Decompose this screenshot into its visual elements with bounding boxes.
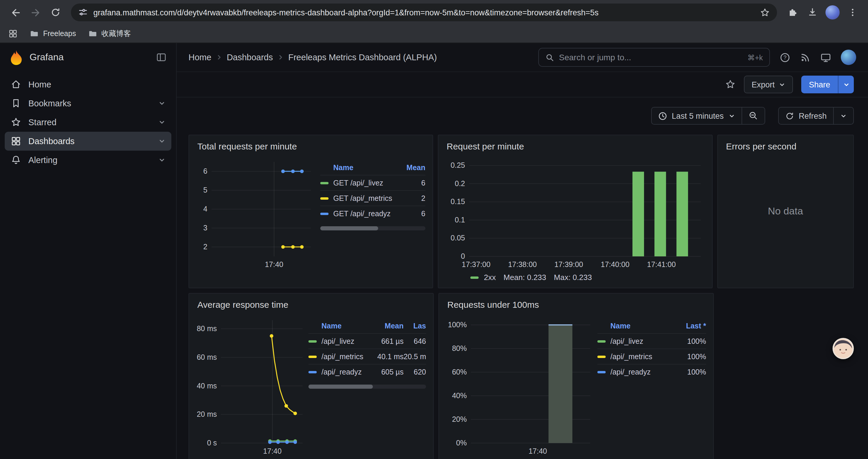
refresh-interval-button[interactable]	[834, 107, 854, 125]
favorite-dashboard-button[interactable]	[725, 79, 736, 90]
legend-row: GET /api/_metrics2	[320, 190, 426, 205]
search-shortcut: ⌘+k	[747, 53, 763, 62]
series-toggle[interactable]: /api/_metrics	[610, 352, 652, 361]
back-button[interactable]	[6, 3, 25, 22]
series-swatch	[320, 197, 329, 199]
svg-text:17:40: 17:40	[265, 260, 283, 268]
series-toggle[interactable]: GET /api/_livez	[333, 179, 383, 187]
panel-title[interactable]: Average response time	[196, 297, 426, 312]
sidebar-item-home[interactable]: Home	[5, 75, 172, 94]
series-toggle[interactable]: 2xx	[484, 273, 496, 282]
bookmark-folder-blogs[interactable]: 收藏博客	[88, 29, 131, 39]
total-requests-chart[interactable]: 6543217:40	[196, 154, 318, 272]
profile-button[interactable]	[823, 3, 842, 22]
legend-row: GET /api/_livez6	[320, 175, 426, 190]
chevron-down-icon[interactable]	[158, 138, 165, 145]
legend-header[interactable]: Name	[597, 322, 675, 330]
legend-scrollbar-thumb[interactable]	[320, 226, 378, 230]
search-input[interactable]: Search or jump to... ⌘+k	[538, 48, 770, 67]
display-button[interactable]	[820, 52, 831, 63]
url-bar[interactable]: grafana.mathmast.com/d/deytv4rwavabkb/fr…	[71, 4, 777, 21]
grafana-logo[interactable]	[9, 50, 23, 65]
site-settings-icon[interactable]	[78, 7, 88, 18]
panel-title[interactable]: Errors per second	[725, 139, 846, 154]
main-content: Home Dashboards Freeleaps Metrics Dashbo…	[177, 43, 868, 459]
svg-text:100%: 100%	[448, 321, 467, 329]
menu-button[interactable]	[843, 3, 862, 22]
export-button[interactable]: Export	[744, 76, 793, 93]
bookmark-folder-freeleaps[interactable]: Freeleaps	[30, 29, 76, 38]
panel-title[interactable]: Request per minute	[445, 139, 705, 154]
series-toggle[interactable]: /api/_readyz	[610, 368, 651, 376]
forward-button[interactable]	[26, 3, 45, 22]
breadcrumb-separator-icon	[215, 54, 222, 61]
legend-row: /api/_readyz100%	[597, 364, 706, 379]
legend-scrollbar[interactable]	[320, 226, 426, 230]
chevron-down-icon[interactable]	[158, 157, 165, 164]
legend-header[interactable]: Name	[308, 322, 373, 330]
legend-value: 6	[397, 209, 426, 218]
svg-text:5: 5	[203, 186, 208, 194]
legend-scrollbar[interactable]	[308, 385, 426, 389]
breadcrumb-home[interactable]: Home	[188, 53, 211, 62]
panel-title[interactable]: Requests under 100ms	[446, 297, 706, 312]
legend-header[interactable]: Mean	[397, 164, 426, 172]
legend-scrollbar-thumb[interactable]	[308, 385, 373, 389]
legend-header[interactable]: Mean	[373, 322, 404, 330]
bookmark-star-icon[interactable]	[760, 7, 770, 18]
share-button[interactable]: Share	[801, 76, 854, 93]
grafana-app: Grafana Home Bookmarks Starred	[0, 43, 868, 459]
panel-title[interactable]: Total requests per minute	[196, 139, 426, 154]
chevron-down-icon[interactable]	[158, 100, 165, 107]
share-menu-button[interactable]	[838, 76, 854, 93]
sidebar-item-starred[interactable]: Starred	[5, 113, 172, 132]
news-button[interactable]	[800, 52, 811, 63]
series-toggle[interactable]: /api/_livez	[321, 337, 354, 345]
apps-grid-icon	[8, 29, 18, 38]
legend-value: 646	[404, 337, 426, 345]
legend-header[interactable]: Name	[320, 164, 397, 172]
refresh-button[interactable]: Refresh	[778, 107, 834, 125]
page-header: Home Dashboards Freeleaps Metrics Dashbo…	[177, 43, 868, 72]
reload-button[interactable]	[46, 3, 65, 22]
sidebar-item-bookmarks[interactable]: Bookmarks	[5, 94, 172, 113]
series-toggle[interactable]: /api/_readyz	[321, 368, 362, 376]
legend-table: NameMeanLas/api/_livez661 µs646/api/_met…	[308, 319, 426, 389]
chevron-down-icon[interactable]	[158, 119, 165, 126]
extensions-button[interactable]	[783, 3, 802, 22]
series-swatch	[320, 182, 329, 184]
header-icons: ?	[779, 50, 856, 65]
request-per-minute-chart[interactable]: 0.250.20.150.10.05017:37:0017:38:0017:39…	[445, 154, 707, 272]
svg-text:0.25: 0.25	[451, 161, 465, 169]
series-toggle[interactable]: GET /api/_readyz	[333, 209, 391, 218]
legend-header[interactable]: Las	[404, 322, 426, 330]
series-toggle[interactable]: GET /api/_metrics	[333, 194, 392, 202]
sidebar-item-dashboards[interactable]: Dashboards	[5, 132, 172, 151]
svg-text:17:37:00: 17:37:00	[462, 260, 490, 268]
downloads-button[interactable]	[803, 3, 822, 22]
svg-text:60%: 60%	[452, 368, 467, 376]
series-toggle[interactable]: /api/_livez	[610, 337, 643, 345]
legend-header[interactable]: Last *	[675, 322, 706, 330]
svg-text:17:41:00: 17:41:00	[647, 260, 676, 268]
average-response-time-chart[interactable]: 80 ms60 ms40 ms20 ms0 s17:40	[196, 312, 306, 458]
monitor-icon	[820, 52, 831, 63]
zoom-out-time-button[interactable]	[742, 107, 765, 125]
series-toggle[interactable]: /api/_metrics	[321, 352, 363, 361]
share-label[interactable]: Share	[801, 76, 838, 93]
back-icon	[10, 7, 21, 18]
breadcrumb-dashboards[interactable]: Dashboards	[226, 53, 273, 62]
zoom-out-icon	[748, 111, 758, 121]
requests-under-100ms-chart[interactable]: 100%80%60%40%20%0%17:40	[446, 312, 595, 458]
help-button[interactable]: ?	[779, 52, 790, 63]
legend-value: 100%	[675, 352, 706, 361]
time-range-picker[interactable]: Last 5 minutes	[651, 107, 742, 125]
sidebar-item-alerting[interactable]: Alerting	[5, 151, 172, 169]
user-avatar-button[interactable]	[841, 50, 856, 65]
legend-header-row: NameMean	[320, 161, 426, 175]
assistant-avatar[interactable]	[833, 338, 854, 359]
dock-menu-button[interactable]	[156, 52, 167, 63]
series-swatch	[308, 340, 317, 342]
svg-text:?: ?	[783, 54, 786, 60]
apps-grid-button[interactable]	[8, 29, 18, 38]
